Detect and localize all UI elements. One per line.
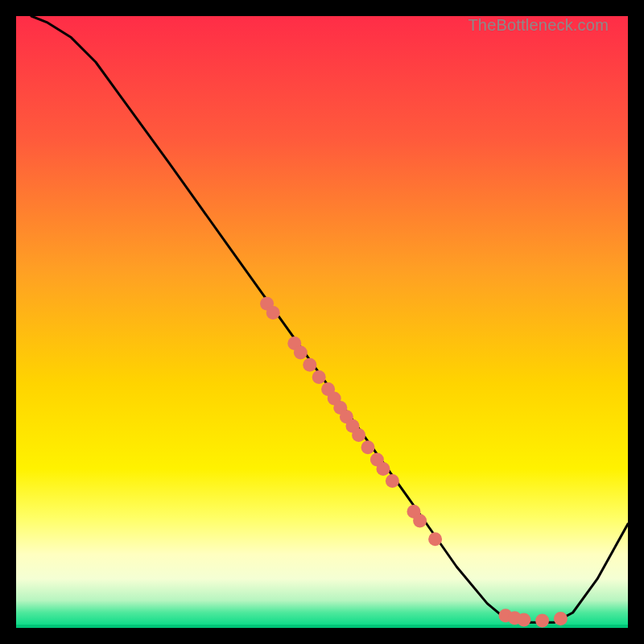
- svg-point-19: [413, 514, 427, 528]
- svg-point-25: [554, 612, 568, 625]
- svg-point-5: [294, 346, 308, 360]
- svg-point-24: [535, 613, 549, 627]
- svg-point-23: [517, 613, 530, 627]
- svg-rect-0: [16, 16, 628, 628]
- svg-point-16: [377, 462, 390, 476]
- svg-point-17: [386, 474, 399, 488]
- svg-point-7: [312, 370, 326, 384]
- svg-point-3: [266, 306, 280, 320]
- svg-point-14: [361, 440, 375, 454]
- svg-point-13: [352, 428, 365, 442]
- svg-point-20: [428, 532, 442, 546]
- watermark-text: TheBottleneck.com: [468, 16, 609, 35]
- svg-point-6: [303, 358, 316, 372]
- chart-canvas: [16, 16, 628, 628]
- svg-rect-1: [16, 625, 628, 628]
- chart-frame: TheBottleneck.com: [16, 16, 628, 628]
